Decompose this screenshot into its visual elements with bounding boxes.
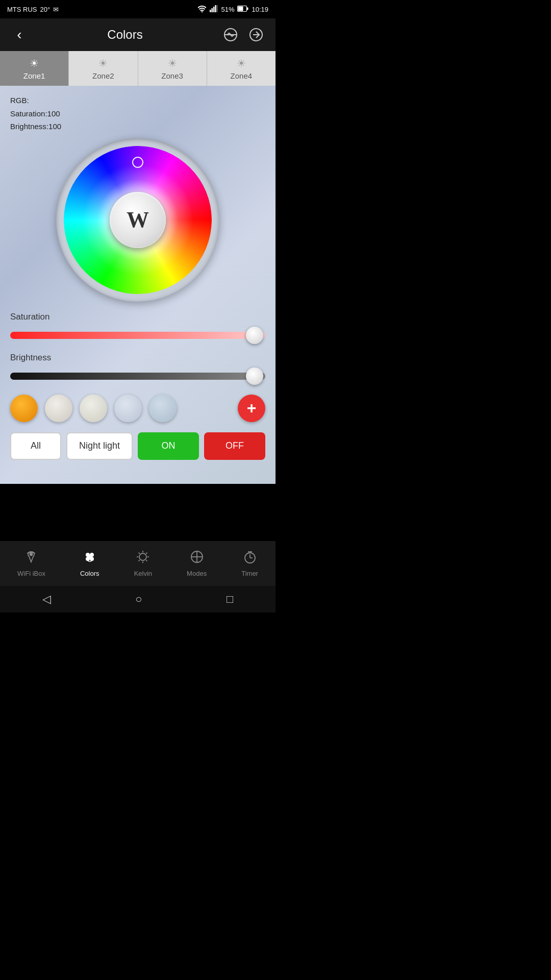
- add-preset-button[interactable]: +: [238, 395, 265, 422]
- color-wheel-outer: W: [56, 138, 219, 302]
- nav-colors[interactable]: Colors: [80, 550, 99, 577]
- saturation-slider-section: Saturation: [10, 312, 265, 345]
- zone2-label: Zone2: [92, 71, 114, 80]
- night-light-button[interactable]: Night light: [66, 432, 133, 460]
- header: ‹ Colors: [0, 18, 276, 51]
- color-wheel-center-button[interactable]: W: [110, 192, 166, 248]
- color-wheel-container[interactable]: W: [56, 138, 219, 302]
- brightness-thumb[interactable]: [246, 368, 263, 385]
- system-home-button[interactable]: ○: [135, 593, 142, 606]
- brightness-slider[interactable]: [10, 367, 265, 385]
- status-bar: MTS RUS 20° ✉ 51%: [0, 0, 276, 18]
- svg-line-23: [139, 553, 140, 554]
- cellular-icon: [210, 5, 218, 14]
- time-display: 10:19: [252, 6, 268, 13]
- back-arrow-icon: ‹: [17, 27, 21, 43]
- svg-point-0: [202, 11, 203, 12]
- all-button[interactable]: All: [10, 432, 61, 460]
- sync-button[interactable]: [246, 24, 266, 45]
- zone3-sun-icon: ☀: [168, 57, 177, 69]
- main-content: RGB: Saturation:100 Brightness:100 W Sat…: [0, 86, 276, 484]
- battery-percent: 51%: [221, 6, 234, 13]
- svg-line-26: [139, 560, 140, 561]
- svg-rect-1: [210, 10, 211, 12]
- svg-rect-5: [217, 5, 218, 12]
- status-left: MTS RUS 20° ✉: [7, 6, 59, 13]
- system-nav-bar: ◁ ○ □: [0, 586, 276, 612]
- nav-modes-label: Modes: [187, 570, 207, 577]
- zone-tab-2[interactable]: ☀ Zone2: [69, 51, 138, 86]
- nav-colors-label: Colors: [80, 570, 99, 577]
- svg-rect-3: [213, 7, 215, 12]
- zone2-sun-icon: ☀: [98, 57, 108, 69]
- zone4-label: Zone4: [231, 71, 253, 80]
- zone-tab-3[interactable]: ☀ Zone3: [138, 51, 207, 86]
- bottom-nav: WiFi iBox Colors: [0, 541, 276, 586]
- color-picker-handle[interactable]: [132, 157, 143, 168]
- zone1-sun-icon: ☀: [30, 57, 39, 69]
- on-button[interactable]: ON: [138, 432, 199, 460]
- svg-rect-2: [212, 8, 213, 12]
- nav-kelvin[interactable]: Kelvin: [134, 550, 152, 577]
- nav-modes[interactable]: Modes: [187, 550, 207, 577]
- carrier-signal: 20°: [40, 6, 51, 13]
- link-button[interactable]: [220, 24, 241, 45]
- saturation-slider[interactable]: [10, 326, 265, 345]
- brightness-label: Brightness: [10, 353, 265, 363]
- system-back-button[interactable]: ◁: [42, 593, 51, 606]
- svg-point-17: [88, 555, 91, 558]
- action-buttons: All Night light ON OFF: [10, 432, 265, 460]
- svg-rect-7: [247, 7, 248, 10]
- rgb-value: RGB:: [10, 94, 265, 107]
- saturation-thumb[interactable]: [246, 327, 263, 344]
- header-action-icons: [220, 24, 266, 45]
- zone-tab-1[interactable]: ☀ Zone1: [0, 51, 69, 86]
- timer-icon: [243, 550, 257, 568]
- off-button[interactable]: OFF: [204, 432, 265, 460]
- back-button[interactable]: ‹: [9, 24, 30, 45]
- white-button-label: W: [127, 207, 149, 233]
- color-presets: +: [10, 395, 265, 422]
- saturation-label: Saturation: [10, 312, 265, 322]
- saturation-value: Saturation:100: [10, 107, 265, 120]
- modes-icon: [190, 550, 204, 568]
- carrier-text: MTS RUS: [7, 6, 37, 13]
- svg-point-12: [30, 553, 33, 556]
- brightness-slider-section: Brightness: [10, 353, 265, 385]
- preset-light1[interactable]: [45, 395, 72, 422]
- wifi-status-icon: [197, 5, 207, 14]
- colors-palette-icon: [83, 550, 97, 568]
- email-icon: ✉: [53, 6, 59, 13]
- preset-light3[interactable]: [114, 395, 142, 422]
- zone1-label: Zone1: [23, 71, 45, 80]
- nav-timer[interactable]: Timer: [241, 550, 258, 577]
- nav-wifi-ibox[interactable]: WiFi iBox: [17, 550, 45, 577]
- zone4-sun-icon: ☀: [237, 57, 246, 69]
- preset-light4[interactable]: [149, 395, 177, 422]
- preset-light2[interactable]: [80, 395, 107, 422]
- brightness-value: Brightness:100: [10, 120, 265, 133]
- add-icon: +: [247, 399, 257, 418]
- battery-icon: [237, 6, 248, 13]
- zone-tab-4[interactable]: ☀ Zone4: [207, 51, 276, 86]
- svg-rect-4: [215, 5, 217, 12]
- wifi-ibox-icon: [24, 550, 38, 568]
- svg-point-18: [139, 553, 146, 560]
- nav-timer-label: Timer: [241, 570, 258, 577]
- zone3-label: Zone3: [161, 71, 183, 80]
- zone-tabs: ☀ Zone1 ☀ Zone2 ☀ Zone3 ☀ Zone4: [0, 51, 276, 86]
- svg-rect-8: [238, 6, 243, 11]
- status-right: 51% 10:19: [197, 5, 268, 14]
- svg-line-24: [146, 560, 147, 561]
- page-title: Colors: [107, 28, 142, 42]
- kelvin-icon: [136, 550, 150, 568]
- preset-orange[interactable]: [10, 395, 38, 422]
- svg-line-25: [146, 553, 147, 554]
- nav-wifi-ibox-label: WiFi iBox: [17, 570, 45, 577]
- rgb-info: RGB: Saturation:100 Brightness:100: [10, 94, 265, 133]
- system-recent-button[interactable]: □: [227, 593, 233, 606]
- nav-kelvin-label: Kelvin: [134, 570, 152, 577]
